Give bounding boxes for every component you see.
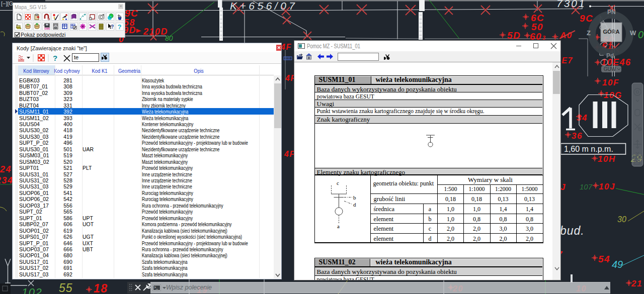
- svg-text:W: W: [630, 29, 636, 37]
- svg-text:102: 102: [22, 286, 42, 294]
- svg-text:36: 36: [572, 131, 583, 141]
- svg-text:21: 21: [631, 279, 642, 288]
- svg-text:10J: 10J: [599, 182, 615, 191]
- svg-text:SWDE: SWDE: [44, 27, 50, 30]
- svg-text:4F: 4F: [280, 43, 292, 51]
- svg-text:[−][G: [−][G: [1, 1, 13, 7]
- svg-text:34: 34: [577, 113, 588, 123]
- svg-text:9C: 9C: [580, 13, 593, 24]
- svg-text:50: 50: [531, 22, 543, 32]
- svg-text:bud.: bud.: [560, 224, 585, 237]
- svg-text:234: 234: [0, 175, 14, 185]
- svg-text:?: ?: [118, 23, 122, 30]
- svg-text:80: 80: [165, 34, 173, 42]
- svg-text:b: b: [353, 194, 356, 201]
- svg-text:GÓRA: GÓRA: [603, 29, 620, 35]
- svg-text:30: 30: [617, 215, 626, 224]
- svg-text:c: c: [337, 181, 339, 186]
- svg-text:24: 24: [0, 164, 12, 174]
- svg-text:PN: PN: [607, 9, 616, 16]
- svg-text:54: 54: [598, 254, 610, 264]
- svg-text:18: 18: [94, 282, 108, 294]
- svg-text:?: ?: [111, 24, 114, 30]
- svg-text:9C: 9C: [125, 8, 138, 19]
- svg-text:10F: 10F: [602, 78, 619, 87]
- svg-text:1,60 m n.p.m.: 1,60 m n.p.m.: [564, 145, 613, 153]
- svg-text:5D: 5D: [507, 30, 521, 41]
- svg-text:d: d: [353, 202, 356, 208]
- svg-text:GUW: GUW: [604, 66, 616, 72]
- svg-text:10H: 10H: [598, 154, 616, 164]
- svg-text:K+656/07: K+656/07: [230, 0, 298, 12]
- svg-text:55: 55: [59, 281, 73, 294]
- svg-text:7301: 7301: [556, 0, 586, 9]
- svg-text:210D: 210D: [143, 27, 168, 37]
- svg-text:Pd: Pd: [606, 52, 614, 59]
- svg-text:?: ?: [53, 54, 57, 62]
- svg-text:a: a: [337, 223, 340, 229]
- svg-text:Z: Z: [587, 29, 591, 37]
- svg-text:49: 49: [612, 259, 623, 270]
- svg-text:0: 0: [638, 29, 643, 40]
- svg-text:10G: 10G: [604, 90, 622, 100]
- svg-text:107: 107: [580, 182, 593, 191]
